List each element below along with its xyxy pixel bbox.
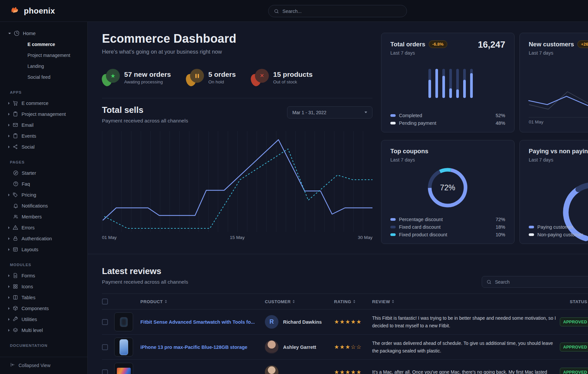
sidebar-item-project-management[interactable]: Project management (0, 50, 87, 61)
stat-caption: On hold (208, 79, 236, 84)
sidebar-item-label: Pricing (22, 192, 36, 198)
column-header-rating[interactable]: RATING (334, 299, 372, 304)
bar-track (435, 69, 438, 98)
sidebar-item-members[interactable]: Members (0, 211, 87, 222)
sidebar-item-forms[interactable]: Forms (0, 270, 87, 281)
sidebar-item-label: Notifications (22, 203, 48, 209)
legend-label: Fixed product discount (399, 232, 447, 237)
row-checkbox[interactable] (102, 319, 108, 325)
file-icon (13, 273, 19, 279)
legend-item-fixed-card-discount: Fixed card discount18% (390, 223, 505, 231)
sidebar-item-label: Project management (27, 53, 70, 58)
sidebar-item-authentication[interactable]: Authentication (0, 233, 87, 244)
total-orders-card: Total orders -6.8% Last 7 days 16,247 Co… (381, 33, 514, 132)
search-icon (486, 279, 492, 285)
table-row: Fitbit Sense Advanced Smartwatch with To… (102, 309, 588, 335)
sidebar-nav: HomeE commerceProject managementLandingS… (0, 22, 87, 351)
total-orders-value: 16,247 (478, 40, 505, 50)
lock-icon (13, 236, 19, 242)
bar-track (442, 69, 445, 98)
legend-label: Non-paying customer (537, 232, 583, 237)
sidebar-item-label: Starter (22, 170, 36, 176)
sidebar-item-icons[interactable]: Icons (0, 281, 87, 292)
sidebar-item-starter[interactable]: Starter (0, 167, 87, 178)
paying-legend: Paying customerNon-paying customer (529, 223, 588, 238)
bar-track (449, 69, 452, 98)
sidebar-item-multi-level[interactable]: Multi level (0, 325, 87, 336)
sort-icon (165, 300, 167, 304)
status-cell: APPROVED ✓ (560, 343, 588, 351)
table-header-row: PRODUCT CUSTOMER RATING REVIEW STATUS (102, 294, 588, 309)
sidebar-item-errors[interactable]: Errors (0, 222, 87, 233)
avatar (265, 340, 278, 354)
sidebar-item-email[interactable]: Email (0, 119, 87, 130)
page-title: Ecommerce Dashboard (102, 32, 372, 46)
search-input[interactable] (282, 9, 401, 14)
sidebar-item-social[interactable]: Social (0, 141, 87, 152)
reviews-search[interactable] (482, 276, 588, 288)
stat-caption: Awating processing (124, 79, 171, 84)
date-range-select[interactable]: Mar 1 - 31, 2022 (287, 106, 372, 118)
sidebar-item-label: Utilities (22, 317, 37, 322)
global-search[interactable] (268, 5, 407, 17)
sidebar-item-pricing[interactable]: Pricing (0, 189, 87, 200)
column-header-customer[interactable]: CUSTOMER (265, 299, 334, 304)
caret-right-icon (8, 135, 10, 137)
bar-completed (463, 80, 466, 98)
sidebar-item-label: Errors (22, 225, 34, 230)
share-icon (13, 144, 19, 150)
legend-item-non-paying-customer: Non-paying customer (529, 231, 588, 238)
legend-pill (390, 122, 396, 124)
sidebar-item-components[interactable]: Components (0, 303, 87, 314)
row-checkbox[interactable] (102, 369, 108, 374)
legend-value: 18% (496, 224, 505, 230)
layout-icon (13, 247, 19, 253)
collapsed-view-toggle[interactable]: Collapsed View (0, 357, 87, 374)
legend-pill (390, 226, 396, 228)
column-header-product[interactable]: PRODUCT (140, 299, 265, 304)
sidebar-item-home[interactable]: Home (0, 28, 87, 39)
legend-item-paying-customer: Paying customer (529, 223, 588, 231)
sidebar-item-landing[interactable]: Landing (0, 61, 87, 71)
sidebar-item-utilities[interactable]: Utilities (0, 314, 87, 325)
sidebar-item-label: Home (23, 31, 36, 36)
sidebar-item-layouts[interactable]: Layouts (0, 244, 87, 255)
sidebar-item-e-commerce[interactable]: E commerce (0, 39, 87, 50)
search-icon (274, 9, 279, 14)
sidebar-item-social-feed[interactable]: Social feed (0, 71, 87, 82)
rating-stars: ★★★☆☆ (334, 344, 372, 351)
sidebar-item-tables[interactable]: Tables (0, 292, 87, 303)
sidebar-item-label: Social feed (27, 74, 50, 80)
legend-pill (390, 218, 396, 221)
product-thumb-cell (114, 312, 140, 331)
product-link[interactable]: iPhone 13 pro max-Pacific Blue-128GB sto… (140, 345, 265, 350)
stats-row: ★57 new ordersAwating processing5 orders… (102, 69, 372, 86)
product-link[interactable]: Fitbit Sense Advanced Smartwatch with To… (140, 319, 265, 325)
sidebar-item-notifications[interactable]: Notifications (0, 200, 87, 211)
sidebar-item-project-management[interactable]: Project management (0, 109, 87, 119)
product-thumbnail-mac (114, 363, 133, 374)
row-checkbox[interactable] (102, 344, 108, 350)
sidebar-item-events[interactable]: Events (0, 130, 87, 141)
review-text: The order was delivered ahead of schedul… (372, 340, 558, 354)
customers-line-chart (529, 86, 588, 119)
total-sells-chart (102, 131, 372, 232)
divider (102, 98, 372, 98)
sidebar-item-faq[interactable]: Faq (0, 178, 87, 189)
legend-label: Paying customer (537, 224, 573, 230)
sidebar-item-label: Tables (22, 295, 35, 300)
trend-badge: -6.8% (429, 40, 447, 48)
coupons-legend: Percentage discount72%Fixed card discoun… (390, 215, 505, 238)
caret-right-icon (8, 124, 10, 126)
brand-logo[interactable]: phoenix (10, 5, 55, 17)
star-stat-icon: ★ (102, 69, 120, 86)
column-header-review[interactable]: REVIEW (372, 299, 560, 304)
legend-pill (390, 114, 396, 117)
warning-icon (13, 225, 19, 231)
sidebar-item-e-commerce[interactable]: E commerce (0, 98, 87, 109)
column-header-status[interactable]: STATUS (560, 299, 588, 304)
reviews-search-input[interactable] (495, 279, 588, 285)
dashboard-section: Ecommerce Dashboard Here's what's going … (88, 22, 588, 254)
paying-card: Paying vs non paying Last 7 days Paying … (519, 140, 588, 244)
select-all-checkbox[interactable] (102, 299, 108, 304)
